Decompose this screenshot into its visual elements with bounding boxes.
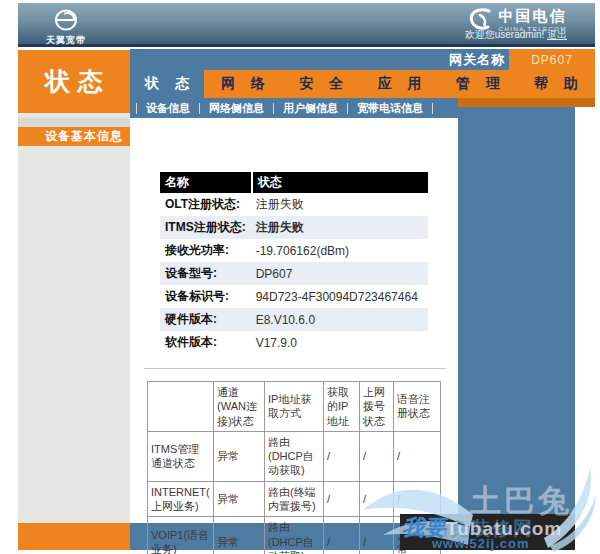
tab-help[interactable]: 帮 助 (517, 70, 595, 98)
tab-manage[interactable]: 管 理 (439, 70, 517, 98)
col-header-name: 名称 (160, 172, 251, 193)
wan-status-body: ITMS管理通道状态异常路由(DHCP自动获取)///INTERNET(上网业务… (148, 431, 441, 554)
wan-col-header: 上网拨号状态 (360, 382, 394, 432)
tabbar-shadow (440, 98, 595, 107)
wan-cell: / (324, 431, 360, 481)
wan-cell: / (324, 481, 360, 517)
wan-cell: / (360, 481, 394, 517)
device-info-table: 名称 状态 OLT注册状态:注册失败ITMS注册状态:注册失败接收光功率:-19… (160, 172, 428, 354)
footer-orange-bar (18, 523, 130, 550)
subnav: 设备信息网络侧信息用户侧信息宽带电话信息 (130, 98, 458, 118)
info-label: 设备标识号: (160, 285, 251, 308)
wan-cell: VOIP1(语音业务) (148, 517, 214, 554)
info-value: -19.706162(dBm) (251, 239, 428, 262)
table-row: VOIP1(语音业务)异常路由(DHCP自动获取)//其他异常 (148, 517, 441, 554)
table-row: 软件版本:V17.9.0 (160, 331, 428, 354)
wan-col-header: IP地址获取方式 (265, 382, 324, 432)
table-row: OLT注册状态:注册失败 (160, 193, 428, 216)
subnav-item-3[interactable]: 宽带电话信息 (347, 103, 433, 114)
china-telecom-text: 中国电信 (499, 9, 567, 24)
info-label: OLT注册状态: (160, 193, 251, 216)
tab-status[interactable]: 状 态 (130, 70, 204, 98)
sidebar-item-device-basic-info[interactable]: 设备基本信息 (18, 127, 130, 146)
router-admin-page: 天翼宽带 中国电信 CHINA TELECOM 欢迎您useradmin! 退出… (0, 0, 600, 554)
table-row: 接收光功率:-19.706162(dBm) (160, 239, 428, 262)
table-row: ITMS管理通道状态异常路由(DHCP自动获取)/// (148, 431, 441, 481)
table-row: 设备标识号:94D723-4F30094D723467464 (160, 285, 428, 308)
subnav-item-1[interactable]: 网络侧信息 (199, 103, 273, 114)
logout-link[interactable]: 退出 (547, 29, 567, 40)
gateway-name-value: DP607 (509, 49, 595, 70)
wan-table-header-row: 通道(WAN连接)状态IP地址获取方式获取的IP地址上网拨号状态语音注册状态 (148, 382, 441, 432)
info-value: 94D723-4F30094D723467464 (251, 285, 428, 308)
welcome-text: 欢迎您 (465, 29, 495, 40)
watermark-url: www.52ij.com (432, 536, 530, 551)
info-value: DP607 (251, 262, 428, 285)
wan-cell: ITMS管理通道状态 (148, 431, 214, 481)
wan-cell: 异常 (214, 431, 265, 481)
wan-cell: 异常 (214, 481, 265, 517)
subnav-item-2[interactable]: 用户侧信息 (273, 103, 347, 114)
subnav-item-0[interactable]: 设备信息 (136, 103, 199, 114)
info-value: 注册失败 (251, 216, 428, 239)
table-row: INTERNET(上网业务)异常路由(终端内置拨号)/// (148, 481, 441, 517)
info-label: 设备型号: (160, 262, 251, 285)
info-value: E8.V10.6.0 (251, 308, 428, 331)
wan-cell: / (394, 481, 441, 517)
sidebar: 设备基本信息 (18, 113, 130, 523)
wan-cell: / (324, 517, 360, 554)
wan-cell: INTERNET(上网业务) (148, 481, 214, 517)
tianyi-e-icon (51, 8, 81, 34)
info-label: 硬件版本: (160, 308, 251, 331)
section-separator (144, 368, 446, 369)
table-row: 硬件版本:E8.V10.6.0 (160, 308, 428, 331)
info-label: 接收光功率: (160, 239, 251, 262)
wan-cell: / (394, 431, 441, 481)
info-value: 注册失败 (251, 193, 428, 216)
device-info-body: OLT注册状态:注册失败ITMS注册状态:注册失败接收光功率:-19.70616… (160, 193, 428, 354)
info-label: ITMS注册状态: (160, 216, 251, 239)
col-header-status: 状态 (251, 172, 428, 193)
wan-col-header: 获取的IP地址 (324, 382, 360, 432)
wan-status-table: 通道(WAN连接)状态IP地址获取方式获取的IP地址上网拨号状态语音注册状态 I… (147, 381, 441, 554)
tianyi-logo: 天翼宽带 (36, 8, 96, 47)
wan-cell: / (360, 517, 394, 554)
gateway-name-label: 网关名称 (449, 51, 505, 69)
tab-network[interactable]: 网 络 (204, 70, 282, 98)
header: 天翼宽带 中国电信 CHINA TELECOM 欢迎您useradmin! 退出 (18, 3, 595, 47)
table-header-row: 名称 状态 (160, 172, 428, 193)
wan-col-header (148, 382, 214, 432)
table-row: ITMS注册状态:注册失败 (160, 216, 428, 239)
info-value: V17.9.0 (251, 331, 428, 354)
wan-cell: 路由(DHCP自动获取) (265, 517, 324, 554)
section-title: 状态 (18, 50, 130, 113)
tab-bar: 状 态网 络安 全应 用管 理帮 助 (130, 70, 595, 98)
wan-cell: / (360, 431, 394, 481)
wan-cell: 路由(DHCP自动获取) (265, 431, 324, 481)
tab-security[interactable]: 安 全 (282, 70, 360, 98)
tab-app[interactable]: 应 用 (360, 70, 438, 98)
wan-cell: 异常 (214, 517, 265, 554)
wan-cell: 路由(终端内置拨号) (265, 481, 324, 517)
username: useradmin! (495, 29, 544, 40)
sidebar-divider (18, 118, 130, 127)
info-label: 软件版本: (160, 331, 251, 354)
wan-col-header: 语音注册状态 (394, 382, 441, 432)
welcome-bar: 欢迎您useradmin! 退出 (465, 28, 567, 42)
gateway-bar: 网关名称 DP607 (130, 49, 595, 70)
wan-col-header: 通道(WAN连接)状态 (214, 382, 265, 432)
table-row: 设备型号:DP607 (160, 262, 428, 285)
tianyi-logo-text: 天翼宽带 (36, 34, 96, 47)
main-content: 名称 状态 OLT注册状态:注册失败ITMS注册状态:注册失败接收光功率:-19… (130, 118, 458, 523)
